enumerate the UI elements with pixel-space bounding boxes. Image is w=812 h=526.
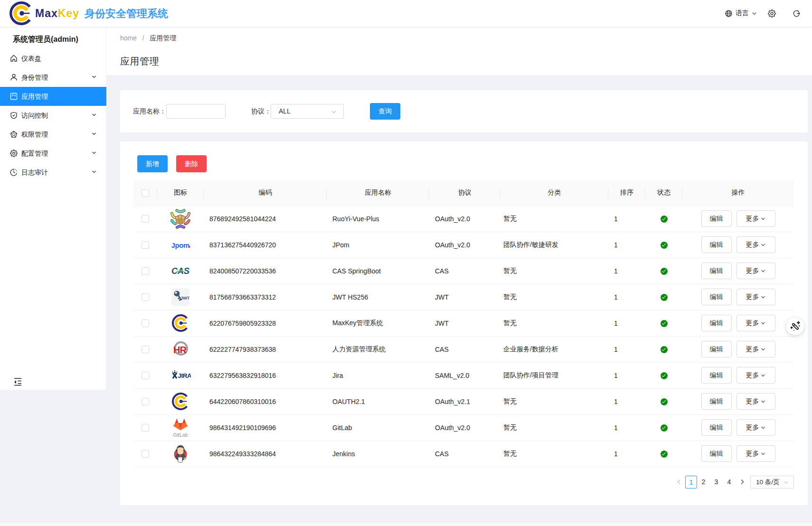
svg-text:Jpom: Jpom — [171, 241, 189, 249]
svg-text:GitLab: GitLab — [173, 432, 188, 437]
svg-text:JWT: JWT — [180, 295, 189, 300]
svg-text:HR: HR — [173, 345, 187, 355]
svg-text:JIRA: JIRA — [178, 372, 191, 379]
